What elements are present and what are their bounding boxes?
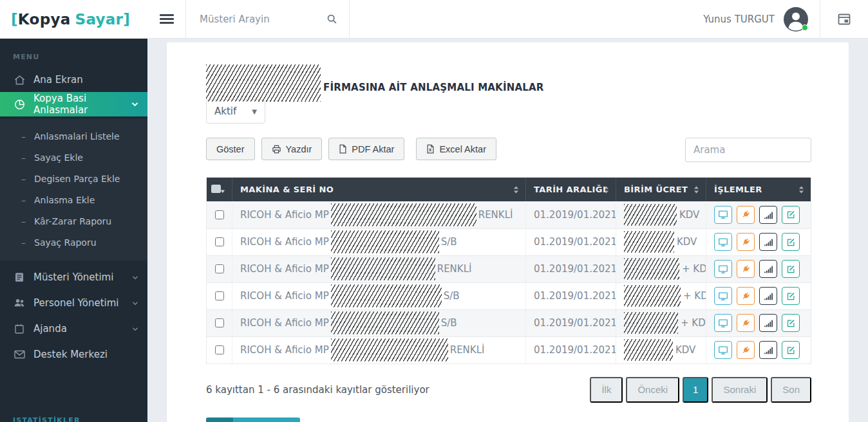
row-checkbox[interactable]: [215, 318, 224, 327]
status-filter-select[interactable]: Aktif ▼: [206, 99, 265, 124]
column-header-unit-price[interactable]: BİRİM ÜCRET: [616, 178, 706, 201]
row-checkbox[interactable]: [215, 264, 224, 273]
actions-cell: [706, 309, 811, 336]
table-row: RICOH & Aficio MP S/B 01.2019/01.2021 KD…: [207, 228, 811, 255]
bottom-split-button-partial[interactable]: [206, 417, 300, 422]
plug-action-button[interactable]: [737, 287, 755, 305]
sidebar-subitem-sayac-raporu[interactable]: –Sayaç Raporu: [0, 232, 147, 253]
machine-prefix: RICOH & Aficio MP: [240, 344, 329, 356]
monitor-action-button[interactable]: [714, 341, 732, 359]
plug-action-button[interactable]: [737, 314, 755, 332]
mail-icon: [13, 348, 26, 361]
pagination-page-1-button[interactable]: 1: [683, 377, 708, 403]
edit-action-button[interactable]: [782, 206, 800, 224]
sort-icon: [798, 185, 804, 194]
pagination-next-button[interactable]: Sonraki: [712, 377, 768, 403]
subitem-label: Kâr-Zarar Raporu: [34, 216, 111, 226]
search-icon[interactable]: [326, 14, 337, 24]
chevron-down-icon: ▼: [252, 108, 257, 115]
hamburger-menu-button[interactable]: [147, 0, 186, 39]
subitem-label: Anlasmalari Listele: [34, 131, 120, 142]
column-header-machine[interactable]: MAKİNA & SERİ NO: [232, 178, 526, 201]
sidebar-item-personel-yonetimi[interactable]: Personel Yönetimi: [0, 290, 147, 316]
machine-suffix: RENKLİ: [437, 263, 472, 275]
redacted-firm-name: [206, 64, 321, 102]
row-checkbox[interactable]: [215, 210, 224, 219]
column-header-actions[interactable]: İŞLEMLER: [706, 178, 811, 201]
pagination-last-button[interactable]: Son: [771, 377, 811, 403]
column-header-date-range[interactable]: TARİH ARALIĞI: [526, 178, 616, 201]
sidebar-submenu: –Anlasmalari Listele –Sayaç Ekle –Degise…: [0, 119, 147, 261]
topbar: Yunus TURGUT: [147, 0, 868, 39]
bar-chart-action-button[interactable]: [759, 287, 777, 305]
price-suffix: + KDV: [682, 263, 706, 275]
monitor-action-button[interactable]: [714, 233, 732, 251]
pagination-first-button[interactable]: İlk: [590, 377, 623, 403]
sidebar-item-label: Destek Merkezi: [33, 349, 108, 360]
print-button[interactable]: Yazdır: [261, 138, 323, 160]
sidebar-subitem-anlasma-ekle[interactable]: –Anlasma Ekle: [0, 189, 147, 210]
sidebar-item-label: Ana Ekran: [33, 74, 83, 86]
edit-action-button[interactable]: [782, 314, 800, 332]
redacted-serial: [331, 257, 435, 280]
row-checkbox[interactable]: [215, 237, 224, 246]
sidebar-item-ajanda[interactable]: Ajanda: [0, 316, 147, 342]
plug-action-button[interactable]: [737, 233, 755, 251]
select-all-header[interactable]: [207, 178, 232, 201]
machine-suffix: S/B: [441, 236, 457, 248]
plug-action-button[interactable]: [737, 260, 755, 278]
sidebar-item-musteri-yonetimi[interactable]: Müsteri Yönetimi: [0, 264, 147, 290]
redacted-price: [624, 312, 678, 334]
actions-cell: [706, 255, 811, 282]
sidebar-item-kopya-basi-anlasmalar[interactable]: Kopya Basi Anlasmalar: [0, 92, 147, 116]
edit-action-button[interactable]: [782, 287, 800, 305]
avatar[interactable]: [784, 7, 808, 32]
sidebar-item-label: Personel Yönetimi: [33, 297, 118, 309]
table-search-input[interactable]: [685, 138, 811, 162]
machine-prefix: RICOH & Aficio MP: [240, 263, 329, 275]
sidebar-subitem-degisen-parca-ekle[interactable]: –Degisen Parça Ekle: [0, 168, 147, 189]
machine-cell: RICOH & Aficio MP S/B: [232, 228, 526, 255]
customer-search-input[interactable]: [200, 14, 326, 25]
edit-action-button[interactable]: [782, 260, 800, 278]
user-name: Yunus TURGUT: [703, 14, 775, 25]
redacted-price: [624, 204, 677, 226]
right-panel-toggle-button[interactable]: [820, 0, 868, 39]
monitor-action-button[interactable]: [714, 206, 732, 224]
bar-chart-action-button[interactable]: [759, 314, 777, 332]
plug-action-button[interactable]: [737, 341, 755, 359]
monitor-action-button[interactable]: [714, 260, 732, 278]
monitor-action-button[interactable]: [714, 314, 732, 332]
bar-chart-action-button[interactable]: [759, 233, 777, 251]
app-logo[interactable]: [KopyaSayar]: [0, 0, 147, 39]
sidebar-subitem-sayac-ekle[interactable]: –Sayaç Ekle: [0, 147, 147, 168]
sidebar-subitem-anlasmalari-listele[interactable]: –Anlasmalari Listele: [0, 125, 147, 147]
bar-chart-action-button[interactable]: [759, 260, 777, 278]
price-suffix: + KDV: [681, 317, 706, 329]
excel-export-button[interactable]: Excel Aktar: [416, 138, 496, 160]
pdf-export-button[interactable]: PDF Aktar: [328, 138, 404, 160]
machine-prefix: RICOH & Aficio MP: [240, 236, 329, 248]
table-row: RICOH & Aficio MP RENKLİ 01.2019/01.2021…: [207, 201, 811, 228]
sidebar-item-ana-ekran[interactable]: Ana Ekran: [0, 68, 147, 92]
edit-action-button[interactable]: [782, 341, 800, 359]
table-row: RICOH & Aficio MP S/B 01.2019/01.2021 + …: [207, 309, 811, 336]
bar-chart-action-button[interactable]: [759, 341, 777, 359]
row-checkbox[interactable]: [215, 345, 224, 354]
redacted-serial: [331, 203, 476, 226]
pagination-prev-button[interactable]: Önceki: [626, 377, 679, 403]
sort-icon: [513, 185, 519, 194]
row-checkbox[interactable]: [215, 291, 224, 300]
table-row: RICOH & Aficio MP S/B 01.2019/01.2021 + …: [207, 282, 811, 309]
show-button[interactable]: Göster: [206, 138, 255, 160]
sort-icon: [693, 185, 699, 194]
plug-action-button[interactable]: [737, 206, 755, 224]
subitem-label: Sayaç Ekle: [34, 152, 83, 163]
bar-chart-action-button[interactable]: [759, 206, 777, 224]
sidebar-item-destek-merkezi[interactable]: Destek Merkezi: [0, 342, 147, 367]
edit-action-button[interactable]: [782, 233, 800, 251]
monitor-action-button[interactable]: [714, 287, 732, 305]
sidebar-subitem-kar-zarar-raporu[interactable]: –Kâr-Zarar Raporu: [0, 210, 147, 232]
excel-file-icon: [426, 144, 435, 154]
split-button-label-segment: [233, 417, 300, 422]
